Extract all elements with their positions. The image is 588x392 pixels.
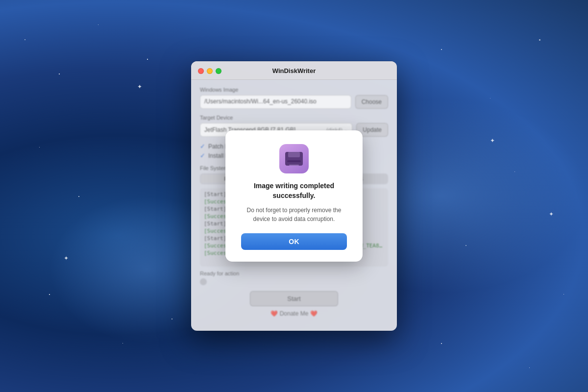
star [441,343,442,344]
star [539,39,540,41]
modal-title: Image writing completedsuccessfully. [241,181,347,200]
sparkle-decoration: ✦ [137,83,142,90]
modal-overlay: Image writing completedsuccessfully. Do … [191,61,397,331]
ok-button[interactable]: OK [241,233,347,250]
modal-icon [279,144,309,173]
star [147,59,148,60]
star [122,343,123,343]
star [529,368,530,368]
star [466,245,466,246]
star [490,98,490,98]
icon-screen [288,152,300,157]
star [441,49,442,50]
sparkle-decoration: ✦ [490,137,495,144]
icon-slot [289,165,299,166]
icon-drive [287,160,301,162]
star [39,147,40,147]
modal-message: Do not forget to properly remove thedevi… [241,206,347,223]
star [59,74,60,74]
star [78,196,79,197]
star [24,39,25,40]
sparkle-decoration: ✦ [64,255,69,262]
star [98,24,98,25]
disk-writer-icon [285,152,303,166]
star [49,294,50,295]
star [514,172,515,172]
star [564,294,564,294]
main-window: WinDiskWriter Windows Image /Users/macin… [191,61,397,331]
star [172,318,172,319]
success-modal: Image writing completedsuccessfully. Do … [225,130,363,261]
sparkle-decoration: ✦ [549,211,554,218]
